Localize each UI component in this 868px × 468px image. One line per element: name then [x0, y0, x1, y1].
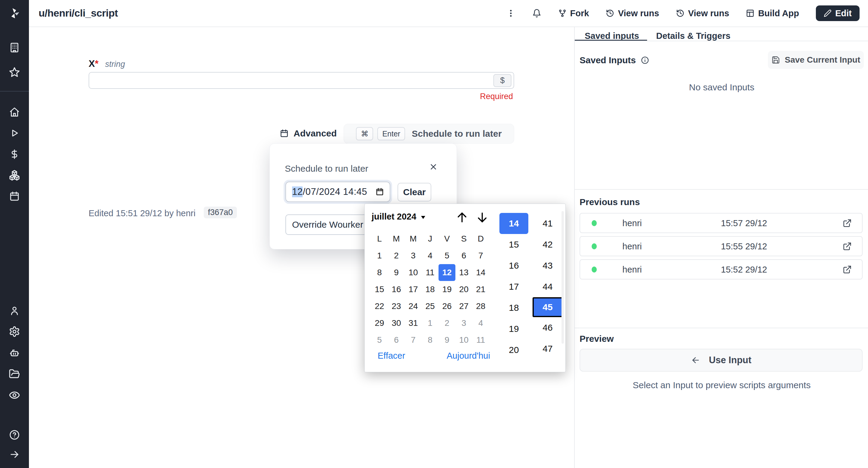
windmill-logo[interactable] [7, 6, 22, 22]
run-row[interactable]: henri 15:55 29/12 [580, 236, 863, 256]
dollar-resources-icon[interactable] [9, 149, 20, 160]
calendar-day-cell[interactable]: 3 [405, 247, 422, 264]
calendar-day-cell[interactable]: 29 [371, 315, 388, 332]
calendar-day-cell[interactable]: 25 [422, 298, 438, 315]
calendar-day-cell[interactable]: 5 [371, 332, 388, 348]
next-month-arrow-icon[interactable] [475, 210, 489, 224]
save-current-input-button[interactable]: Save Current Input [768, 51, 864, 69]
picker-clear-link[interactable]: Effacer [378, 351, 405, 361]
calendar-day-cell[interactable]: 7 [472, 247, 489, 264]
calendar-day-cell[interactable]: 31 [405, 315, 422, 332]
home-icon[interactable] [9, 107, 20, 118]
month-select[interactable]: juillet 2024 [372, 212, 425, 222]
calendar-day-cell[interactable]: 18 [422, 281, 438, 298]
info-icon[interactable] [641, 56, 649, 64]
calendar-day-cell[interactable]: 6 [456, 247, 472, 264]
calendar-day-cell[interactable]: 17 [405, 281, 422, 298]
minute-option[interactable]: 46 [532, 317, 563, 338]
calendar-day-cell[interactable]: 28 [472, 298, 489, 315]
fork-button[interactable]: Fork [558, 8, 589, 19]
tab-details-triggers[interactable]: Details & Triggers [656, 31, 731, 41]
kebab-menu-button[interactable] [506, 9, 516, 18]
boxes-apps-icon[interactable] [9, 170, 20, 181]
calendar-day-cell[interactable]: 19 [438, 281, 456, 298]
variable-picker-button[interactable]: $ [493, 74, 512, 87]
datetime-input[interactable]: 12/07/2024 14:45 [285, 181, 390, 202]
calendar-day-cell[interactable]: 24 [405, 298, 422, 315]
hour-option[interactable]: 14 [499, 213, 528, 234]
collapse-arrow-right-icon[interactable] [9, 449, 20, 460]
calendar-day-cell[interactable]: 4 [422, 247, 438, 264]
play-runs-icon[interactable] [9, 128, 20, 138]
advanced-button[interactable]: Advanced [280, 124, 337, 142]
worker-robot-icon[interactable] [9, 347, 20, 359]
calendar-day-cell[interactable]: 1 [371, 247, 388, 264]
calendar-day-cell[interactable]: 8 [371, 264, 388, 281]
calendar-day-cell[interactable]: 5 [438, 247, 456, 264]
clear-button[interactable]: Clear [398, 183, 431, 201]
external-link-icon[interactable] [843, 219, 852, 228]
calendar-day-cell[interactable]: 1 [422, 315, 438, 332]
hour-option[interactable]: 18 [499, 297, 528, 318]
picker-today-link[interactable]: Aujourd'hui [447, 351, 490, 361]
calendar-day-cell[interactable]: 15 [371, 281, 388, 298]
calendar-day-cell[interactable]: 20 [456, 281, 472, 298]
string-arg-input[interactable] [89, 72, 514, 89]
minute-option[interactable]: 43 [532, 255, 563, 276]
calendar-day-cell[interactable]: 10 [456, 332, 472, 348]
external-link-icon[interactable] [843, 242, 852, 251]
calendar-day-cell[interactable]: 13 [456, 264, 472, 281]
calendar-day-cell[interactable]: 11 [472, 332, 489, 348]
workspace-building-icon[interactable] [9, 42, 20, 53]
minute-option[interactable]: 41 [532, 213, 563, 234]
calendar-day-cell[interactable]: 12 [438, 264, 456, 281]
folder-browser-icon[interactable] [9, 368, 20, 380]
hour-option[interactable]: 20 [499, 339, 528, 361]
calendar-day-cell[interactable]: 7 [405, 332, 422, 348]
hour-option[interactable]: 15 [499, 234, 528, 255]
schedule-to-run-later-button[interactable]: ⌘ Enter Schedule to run later [344, 124, 514, 144]
calendar-day-cell[interactable]: 10 [405, 264, 422, 281]
run-row[interactable]: henri 15:52 29/12 [580, 259, 863, 279]
calendar-day-cell[interactable]: 22 [371, 298, 388, 315]
minute-option[interactable]: 45 [532, 297, 563, 317]
calendar-day-cell[interactable]: 2 [438, 315, 456, 332]
calendar-day-cell[interactable]: 2 [388, 247, 405, 264]
close-icon[interactable] [429, 162, 438, 171]
calendar-day-cell[interactable]: 6 [388, 332, 405, 348]
calendar-day-cell[interactable]: 4 [472, 315, 489, 332]
calendar-day-cell[interactable]: 23 [388, 298, 405, 315]
eye-audit-icon[interactable] [9, 390, 20, 401]
use-input-button[interactable]: Use Input [580, 349, 863, 372]
settings-gear-icon[interactable] [9, 326, 20, 337]
calendar-schedules-icon[interactable] [9, 191, 20, 202]
calendar-day-cell[interactable]: 9 [388, 264, 405, 281]
external-link-icon[interactable] [843, 265, 852, 274]
run-row[interactable]: henri 15:57 29/12 [580, 213, 863, 233]
calendar-day-cell[interactable]: 16 [388, 281, 405, 298]
script-hash-badge[interactable]: f367a0 [204, 207, 237, 218]
hour-option[interactable]: 19 [499, 318, 528, 339]
view-runs-button[interactable]: View runs [606, 8, 659, 19]
previous-month-arrow-icon[interactable] [455, 210, 469, 224]
view-runs-button-2[interactable]: View runs [676, 8, 729, 19]
minute-option[interactable]: 44 [532, 276, 563, 297]
minute-option[interactable]: 42 [532, 234, 563, 255]
calendar-day-cell[interactable]: 9 [438, 332, 456, 348]
time-scrollbar[interactable] [561, 211, 564, 344]
build-app-button[interactable]: Build App [746, 8, 799, 19]
calendar-day-cell[interactable]: 8 [422, 332, 438, 348]
favorites-star-icon[interactable] [9, 67, 20, 78]
calendar-day-cell[interactable]: 26 [438, 298, 456, 315]
notifications-bell-button[interactable] [532, 9, 541, 18]
user-account-icon[interactable] [9, 305, 20, 316]
calendar-day-cell[interactable]: 21 [472, 281, 489, 298]
hour-option[interactable]: 16 [499, 255, 528, 276]
minute-option[interactable]: 47 [532, 338, 563, 359]
edit-button[interactable]: Edit [816, 5, 860, 21]
calendar-day-cell[interactable]: 27 [456, 298, 472, 315]
calendar-day-cell[interactable]: 11 [422, 264, 438, 281]
calendar-picker-icon[interactable] [375, 187, 384, 196]
help-circle-icon[interactable] [9, 430, 20, 440]
calendar-day-cell[interactable]: 3 [456, 315, 472, 332]
